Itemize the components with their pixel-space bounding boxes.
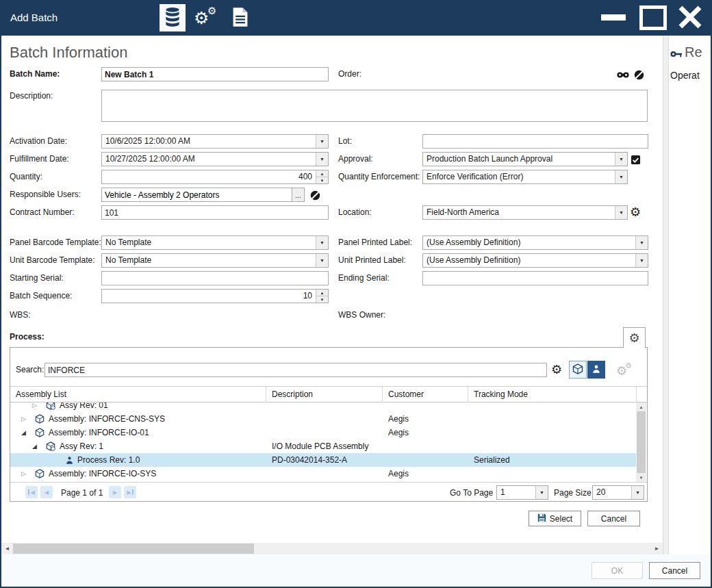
chevron-down-icon[interactable]: ▼ — [615, 153, 627, 166]
batch-tool-button[interactable] — [160, 4, 186, 31]
document-tool-button[interactable] — [225, 4, 256, 31]
lot-input[interactable] — [422, 134, 648, 149]
settings-tool-button[interactable]: ⚙⚙ — [190, 4, 222, 31]
search-settings-gear-icon[interactable]: ⚙ — [550, 363, 563, 376]
close-icon — [677, 4, 703, 32]
previous-page-button[interactable]: ◀ — [40, 486, 53, 498]
panel-barcode-template-combo[interactable]: No Template ▼ — [101, 235, 329, 250]
next-page-button[interactable]: ▶ — [109, 486, 121, 498]
cancel-button[interactable]: Cancel — [649, 562, 700, 579]
approval-value: Production Batch Launch Approval — [423, 153, 615, 166]
approval-check-icon[interactable] — [629, 153, 641, 166]
chevron-down-icon[interactable]: ▼ — [635, 236, 648, 249]
close-button[interactable] — [675, 3, 705, 32]
panel-printed-label-combo[interactable]: (Use Assembly Definition) ▼ — [422, 235, 648, 250]
fulfillment-date-combo[interactable]: 10/27/2025 12:00:00 AM ▼ — [101, 152, 329, 166]
scrollbar-thumb[interactable] — [637, 411, 646, 473]
horizontal-scrollbar[interactable]: ◄ ► — [1, 543, 663, 554]
browse-button[interactable]: ... — [292, 188, 304, 201]
spin-down-icon[interactable]: ▼ — [316, 177, 328, 183]
assembly-view-button[interactable] — [569, 361, 587, 379]
last-page-button[interactable]: ▶ — [124, 486, 136, 498]
ending-serial-input[interactable] — [422, 271, 648, 285]
scrollbar-thumb[interactable] — [13, 544, 254, 554]
chevron-expanded-icon[interactable]: ◢ — [21, 426, 26, 439]
batch-name-input[interactable] — [101, 67, 329, 81]
chevron-down-icon[interactable]: ▼ — [635, 254, 648, 267]
chevron-down-icon[interactable]: ▼ — [316, 153, 328, 166]
select-button[interactable]: Select — [529, 511, 581, 526]
chevron-down-icon[interactable]: ▼ — [615, 206, 627, 219]
table-row-selected[interactable]: Process Rev: 1.0 PD-03042014-352-A Seria… — [10, 453, 636, 467]
table-row[interactable]: ◢ Assy Rev: 1 I/O Module PCB Assembly — [10, 439, 636, 453]
table-row[interactable]: ▷ Assy Rev: 01 — [10, 402, 636, 412]
go-to-page-label: Go To Page — [450, 488, 493, 498]
go-to-page-value: 1 — [497, 486, 535, 499]
spin-up-icon[interactable]: ▲ — [316, 170, 328, 177]
go-to-page-combo[interactable]: 1 ▼ — [496, 485, 548, 500]
binoculars-icon[interactable] — [617, 68, 629, 81]
column-header-customer[interactable]: Customer — [383, 387, 468, 402]
table-vertical-scrollbar[interactable]: ▲ ▼ — [636, 402, 646, 482]
approval-combo[interactable]: Production Batch Launch Approval ▼ — [422, 152, 628, 166]
scroll-down-icon[interactable]: ▼ — [636, 473, 646, 482]
location-combo[interactable]: Field-North America ▼ — [422, 205, 628, 220]
chevron-expanded-icon[interactable]: ◢ — [32, 439, 37, 453]
customer-view-button[interactable] — [587, 361, 605, 379]
cancel-button-label: Cancel — [662, 566, 687, 576]
table-row[interactable]: ◢ Assembly: INFORCE-IO-01 Aegis — [10, 426, 636, 439]
first-page-button[interactable]: ◀ — [25, 486, 38, 498]
batch-information-form: Batch Information Batch Name: Order: Des… — [1, 36, 663, 543]
document-icon — [232, 7, 249, 29]
right-panel-title: Re — [685, 44, 702, 60]
key-icon — [670, 49, 683, 61]
chevron-down-icon[interactable]: ▼ — [316, 254, 328, 267]
quantity-enforcement-combo[interactable]: Enforce Verification (Error) ▼ — [422, 170, 628, 184]
minimize-button[interactable] — [601, 14, 628, 25]
scroll-right-icon[interactable]: ► — [651, 543, 663, 554]
chevron-down-icon[interactable]: ▼ — [615, 170, 627, 183]
chevron-right-icon[interactable]: ▷ — [32, 402, 37, 412]
process-actions-button[interactable]: ⚙⚙ — [615, 361, 633, 379]
scroll-up-icon[interactable]: ▲ — [636, 402, 646, 411]
table-row[interactable]: ▷ Assembly: INFORCE-IO-SYS Aegis — [10, 467, 636, 481]
responsible-users-field[interactable]: ... — [101, 188, 305, 202]
row-customer: Aegis — [388, 426, 409, 439]
column-header-tracking-mode[interactable]: Tracking Mode — [468, 387, 637, 402]
chevron-right-icon[interactable]: ▷ — [21, 467, 26, 481]
spin-up-icon[interactable]: ▲ — [316, 290, 328, 296]
unit-printed-label-combo[interactable]: (Use Assembly Definition) ▼ — [422, 253, 648, 268]
description-input[interactable] — [101, 90, 648, 122]
table-row[interactable]: ▷ Assembly: INFORCE-CNS-SYS Aegis — [10, 412, 636, 426]
clear-users-icon[interactable] — [309, 189, 321, 201]
chevron-right-icon[interactable]: ▷ — [21, 412, 26, 426]
starting-serial-input[interactable] — [101, 271, 329, 285]
activation-date-combo[interactable]: 10/6/2025 12:00:00 AM ▼ — [101, 134, 329, 149]
clear-order-icon[interactable] — [633, 68, 645, 81]
quantity-stepper[interactable]: 400 ▲▼ — [101, 170, 329, 184]
spin-down-icon[interactable]: ▼ — [316, 296, 328, 303]
process-settings-button[interactable]: ⚙ — [623, 327, 646, 348]
responsible-users-input[interactable] — [102, 188, 292, 201]
page-size-combo[interactable]: 20 ▼ — [592, 485, 644, 500]
fulfillment-date-value: 10/27/2025 12:00:00 AM — [102, 153, 316, 166]
chevron-down-icon[interactable]: ▼ — [535, 486, 548, 499]
ok-button[interactable]: OK — [592, 562, 643, 579]
panel-splitter[interactable] — [663, 36, 669, 554]
batch-sequence-stepper[interactable]: 10 ▲▼ — [101, 289, 329, 303]
gear-icon: ⚙ — [628, 332, 639, 344]
search-input[interactable] — [44, 363, 547, 377]
chevron-down-icon[interactable]: ▼ — [316, 135, 328, 148]
column-header-description[interactable]: Description — [266, 387, 383, 402]
activation-date-value: 10/6/2025 12:00:00 AM — [102, 135, 316, 148]
scroll-left-icon[interactable]: ◄ — [1, 543, 13, 554]
panel-cancel-button[interactable]: Cancel — [587, 511, 640, 526]
maximize-button[interactable] — [639, 5, 667, 30]
chevron-down-icon[interactable]: ▼ — [631, 486, 644, 499]
column-header-assembly-list[interactable]: Assembly List — [10, 387, 266, 402]
gear-icon[interactable]: ⚙ — [629, 206, 641, 218]
contract-number-input[interactable] — [101, 205, 329, 220]
chevron-down-icon[interactable]: ▼ — [316, 236, 328, 249]
unit-barcode-template-combo[interactable]: No Template ▼ — [101, 253, 329, 268]
responsible-users-label: Responsible Users: — [10, 188, 81, 202]
